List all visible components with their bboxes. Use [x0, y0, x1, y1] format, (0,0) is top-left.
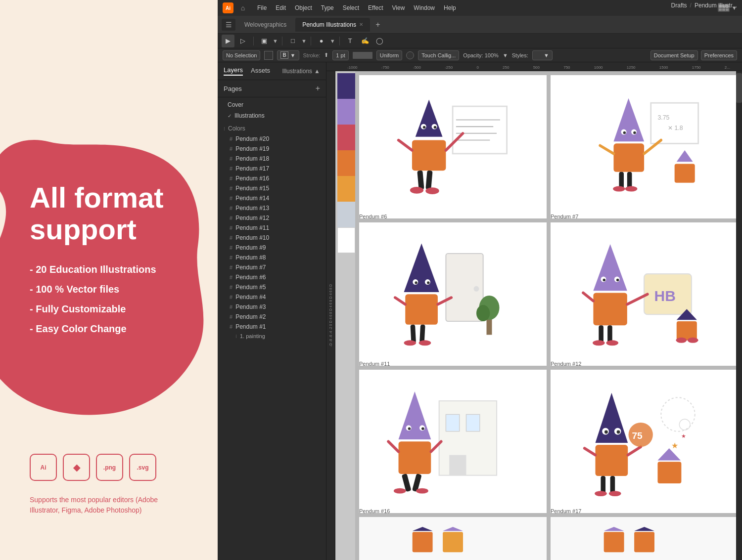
- tabs-bar: ☰ Welovegraphics Pendum Illustrations ✕ …: [218, 16, 742, 34]
- artboard-3[interactable]: [359, 222, 547, 366]
- page-illustrations[interactable]: ✓ Illustrations: [218, 110, 326, 121]
- shape-chevron[interactable]: ▼: [301, 38, 307, 44]
- svg-point-64: [688, 337, 698, 343]
- selection-dropdown[interactable]: No Selection: [223, 50, 260, 60]
- artboard-7[interactable]: [359, 517, 547, 560]
- artboard-4[interactable]: HB: [551, 222, 738, 366]
- color-swatch-orange-dark[interactable]: [337, 150, 355, 176]
- fill-dropdown[interactable]: B ▼: [277, 50, 299, 60]
- zoom-tool[interactable]: ◯: [373, 35, 386, 47]
- artboard-8[interactable]: [551, 517, 738, 560]
- svg-point-49: [404, 340, 417, 345]
- home-icon[interactable]: ⌂: [237, 2, 248, 13]
- layer-pendum-9[interactable]: # Pendum #9: [218, 243, 326, 253]
- menu-select[interactable]: Select: [339, 3, 363, 12]
- illustration-pendum-5: [373, 381, 532, 502]
- tab-close-icon[interactable]: ✕: [359, 22, 363, 27]
- menu-help[interactable]: Help: [440, 3, 460, 12]
- hamburger-menu[interactable]: ☰: [222, 19, 235, 31]
- format-icon-ai: Ai: [30, 454, 57, 481]
- layer-pendum-1[interactable]: # Pendum #1: [218, 322, 326, 332]
- illustration-pendum-4: HB: [564, 233, 724, 355]
- layer-pendum-18[interactable]: # Pendum #18: [218, 154, 326, 164]
- color-swatch-gray[interactable]: [337, 202, 355, 227]
- menu-type[interactable]: Type: [317, 3, 338, 12]
- illustration-pendum-3: [373, 233, 532, 355]
- canvas-scrollbar-vertical[interactable]: [736, 71, 742, 560]
- brush-dropdown[interactable]: Uniform: [376, 50, 403, 60]
- layer-pendum-2[interactable]: # Pendum #2: [218, 312, 326, 322]
- artboard-5[interactable]: [359, 370, 547, 513]
- layer-pendum-15[interactable]: # Pendum #15: [218, 183, 326, 193]
- type-tool[interactable]: T: [344, 35, 357, 47]
- format-icon-figma: ◆: [63, 454, 90, 481]
- select-tool[interactable]: ▶: [222, 35, 234, 47]
- svg-marker-40: [404, 243, 439, 292]
- sidebar-nav: Layers Assets Illustrations ▲: [218, 62, 326, 80]
- new-tab-button[interactable]: +: [372, 19, 384, 31]
- tab-welovegraphics[interactable]: Welovegraphics: [237, 18, 293, 32]
- color-swatch-red[interactable]: [337, 125, 355, 150]
- sidebar-nav-assets[interactable]: Assets: [251, 67, 270, 75]
- doc-setup-btn[interactable]: Document Setup: [650, 50, 698, 60]
- menu-file[interactable]: File: [253, 3, 271, 12]
- layer-pendum-3[interactable]: # Pendum #3: [218, 302, 326, 312]
- layer-pendum-6[interactable]: # Pendum #6: [218, 272, 326, 282]
- svg-text:★: ★: [682, 433, 687, 439]
- artboard-1[interactable]: [359, 75, 547, 218]
- color-swatch-orange-light[interactable]: [337, 176, 355, 202]
- layer-pendum-7[interactable]: # Pendum #7: [218, 262, 326, 272]
- layer-pendum-13[interactable]: # Pendum #13: [218, 203, 326, 213]
- layer-pendum-16[interactable]: # Pendum #16: [218, 173, 326, 183]
- layer-pendum-12[interactable]: # Pendum #12: [218, 213, 326, 223]
- hand-tool[interactable]: ✍: [359, 35, 371, 47]
- artboard-tool[interactable]: ▣: [258, 35, 271, 47]
- pen-tool[interactable]: ●: [315, 35, 328, 47]
- format-icons: Ai ◆ .png .svg: [30, 454, 156, 481]
- page-cover[interactable]: Cover: [218, 99, 326, 110]
- layer-pendum-17[interactable]: # Pendum #17: [218, 164, 326, 173]
- svg-point-24: [623, 131, 626, 133]
- layer-pendum-8[interactable]: # Pendum #8: [218, 253, 326, 262]
- layer-pendum-4[interactable]: # Pendum #4: [218, 292, 326, 302]
- sidebar-nav-layers[interactable]: Layers: [224, 66, 243, 76]
- tab-pendum[interactable]: Pendum Illustrations ✕: [295, 18, 370, 32]
- illustration-pendum-2: 3.75 ✕ 1.8: [564, 86, 724, 208]
- menu-object[interactable]: Object: [291, 3, 316, 12]
- color-swatch-purple-light[interactable]: [337, 99, 355, 125]
- svg-point-86: [680, 419, 691, 430]
- layer-painting[interactable]: ⁝ 1. painting: [218, 332, 326, 341]
- artboard-6[interactable]: ★ ★: [551, 370, 738, 513]
- svg-point-15: [410, 187, 423, 194]
- preferences-btn[interactable]: Preferences: [701, 50, 737, 60]
- fill-color[interactable]: [264, 51, 273, 60]
- layer-pendum-20[interactable]: # Pendum #20: [218, 134, 326, 144]
- menu-edit[interactable]: Edit: [272, 3, 290, 12]
- layer-pendum-10[interactable]: # Pendum #10: [218, 233, 326, 243]
- layer-pendum-11[interactable]: # Pendum #11: [218, 223, 326, 233]
- layer-pendum-19[interactable]: # Pendum #19: [218, 144, 326, 154]
- shape-tool[interactable]: □: [286, 35, 299, 47]
- artboard-chevron[interactable]: ▼: [273, 38, 278, 44]
- artboard-wrapper-3: Pendum #6: [359, 222, 547, 366]
- svg-marker-54: [594, 244, 627, 291]
- color-swatch-purple-dark[interactable]: [337, 73, 355, 99]
- color-swatch-white[interactable]: [337, 227, 355, 253]
- pen-chevron[interactable]: ▼: [330, 38, 335, 44]
- direct-select-tool[interactable]: ▷: [236, 35, 249, 47]
- menu-effect[interactable]: Effect: [364, 3, 387, 12]
- svg-rect-13: [417, 170, 424, 189]
- stroke-value[interactable]: 1 pt: [332, 50, 348, 60]
- sidebar-illustrations-toggle[interactable]: Illustrations ▲: [282, 68, 320, 75]
- artboard-2[interactable]: 3.75 ✕ 1.8: [551, 75, 738, 218]
- menu-view[interactable]: View: [388, 3, 409, 12]
- styles-dropdown[interactable]: ▼: [532, 50, 553, 60]
- add-page-button[interactable]: +: [316, 84, 320, 93]
- svg-rect-111: [634, 532, 654, 552]
- svg-point-9: [423, 126, 425, 129]
- layer-pendum-14[interactable]: # Pendum #14: [218, 193, 326, 203]
- menu-window[interactable]: Window: [410, 3, 439, 12]
- touch-dropdown[interactable]: Touch Callig...: [418, 50, 459, 60]
- ruler-side: -D -8 -6 -4 -2 0 D 4 6 8 D 4 6 8 D 4 6 8…: [326, 71, 335, 560]
- layer-pendum-5[interactable]: # Pendum #5: [218, 282, 326, 292]
